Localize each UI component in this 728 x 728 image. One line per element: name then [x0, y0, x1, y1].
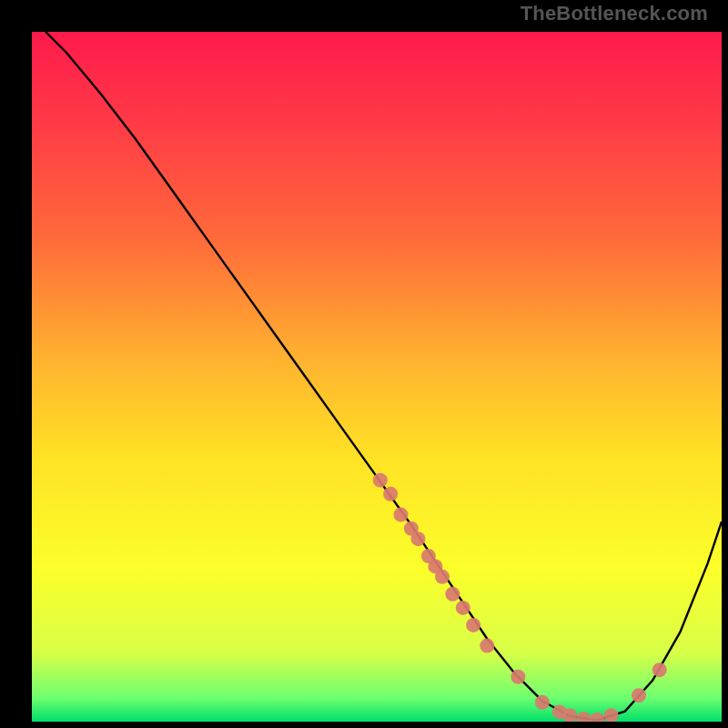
- scatter-point: [652, 662, 667, 677]
- scatter-point: [373, 473, 388, 488]
- chart-frame: [13, 13, 715, 715]
- scatter-point: [435, 570, 450, 584]
- bottleneck-chart: [32, 32, 722, 722]
- watermark-text: TheBottleneck.com: [521, 2, 708, 25]
- scatter-point: [445, 587, 460, 602]
- scatter-point: [466, 618, 480, 632]
- scatter-point: [535, 695, 550, 710]
- scatter-point: [511, 670, 525, 684]
- scatter-point: [632, 688, 646, 703]
- scatter-point: [394, 508, 409, 522]
- gradient-background: [32, 32, 722, 722]
- scatter-point: [456, 601, 470, 615]
- scatter-point: [383, 487, 398, 501]
- scatter-point: [410, 531, 425, 546]
- scatter-point: [480, 639, 494, 653]
